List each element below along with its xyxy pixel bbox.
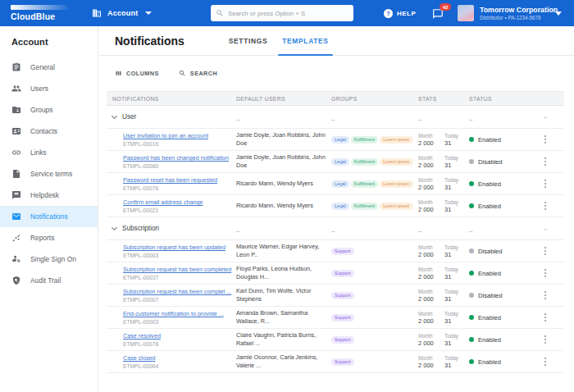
status-badge: Enabled bbox=[467, 314, 526, 321]
row-actions-kebab-icon[interactable] bbox=[542, 289, 549, 301]
group-chip: Lorem ipsum bbox=[380, 158, 412, 166]
row-actions-kebab-icon[interactable] bbox=[542, 333, 549, 345]
stat-today: Today 31 bbox=[444, 267, 464, 280]
template-name-link[interactable]: Confirm email address change bbox=[123, 198, 236, 206]
sidebar-item-helpdesk[interactable]: Helpdesk bbox=[0, 185, 98, 206]
chat-icon bbox=[11, 190, 21, 200]
group-chip: Lorem ipsum bbox=[380, 180, 412, 188]
status-badge: Enabled bbox=[467, 136, 526, 144]
row-actions-kebab-icon[interactable] bbox=[542, 244, 549, 257]
stats-cell: Month 2 000 Today 31 bbox=[418, 289, 467, 303]
scatter-chart-icon bbox=[11, 233, 21, 243]
table-row: Password reset has been requested ETMPL-… bbox=[107, 173, 564, 195]
account-menu[interactable]: Tomorrow Corporation Distributor • PA-12… bbox=[458, 0, 562, 26]
placeholder-dash: – bbox=[418, 227, 421, 235]
chevron-down-icon[interactable] bbox=[112, 113, 117, 119]
template-name-link[interactable]: Password reset has been requested bbox=[123, 176, 236, 184]
sidebar-item-reports[interactable]: Reports bbox=[0, 227, 98, 248]
account-nav-label: Account bbox=[107, 9, 138, 17]
status-badge: Enabled bbox=[467, 180, 526, 188]
sidebar-item-single-sign-on[interactable]: Single Sign On bbox=[0, 248, 98, 270]
table-search-button[interactable]: SEARCH bbox=[179, 70, 217, 77]
sidebar-item-audit-trail[interactable]: Audit Trail bbox=[0, 270, 98, 291]
sidebar-title: Account bbox=[0, 26, 98, 47]
sidebar-item-groups[interactable]: Groups bbox=[0, 99, 98, 121]
group-chip: Fulfillment bbox=[351, 180, 379, 188]
template-name-link[interactable]: User invitation to join an account bbox=[123, 132, 236, 139]
search-input[interactable] bbox=[228, 10, 343, 17]
topbar: CloudBlue Account ? HELP 42 Tomorrow Cor… bbox=[0, 0, 574, 26]
default-users: Jamie Doyle, Joan Robbins, John Doe bbox=[236, 153, 326, 170]
table-row: Confirm email address change ETMPL-00021… bbox=[107, 195, 564, 217]
status-dot-icon bbox=[469, 159, 474, 164]
sidebar-item-service-terms[interactable]: Service terms bbox=[0, 163, 98, 185]
sidebar-item-users[interactable]: Users bbox=[0, 78, 98, 99]
global-search[interactable] bbox=[211, 5, 353, 21]
stat-today: Today 31 bbox=[444, 133, 464, 147]
group-chips: Support bbox=[331, 358, 418, 366]
group-chip: Fulfillment bbox=[351, 136, 379, 144]
template-name-link[interactable]: Case resolved bbox=[123, 332, 236, 340]
row-actions-kebab-icon[interactable] bbox=[542, 311, 549, 323]
placeholder-dash: – bbox=[236, 116, 239, 123]
group-header-row-user[interactable]: User – – – – – bbox=[107, 106, 564, 129]
template-name-link[interactable]: Subscription request has been complet ..… bbox=[123, 288, 236, 295]
group-chip: Support bbox=[331, 358, 354, 366]
default-users: Claire Vaughn, Patricia Burns, Rafael ..… bbox=[236, 331, 326, 348]
status-dot-icon bbox=[469, 315, 474, 320]
default-users: Jamie Doyle, Joan Robbins, John Doe bbox=[236, 131, 326, 148]
sidebar-item-notifications[interactable]: Notifications bbox=[0, 206, 98, 227]
template-name-link[interactable]: End-customer notification to provide ... bbox=[123, 310, 236, 317]
row-actions-kebab-icon[interactable] bbox=[542, 177, 549, 189]
group-chips: Support bbox=[331, 336, 418, 344]
chevron-down-icon bbox=[145, 11, 152, 15]
columns-button[interactable]: COLUMNS bbox=[115, 70, 159, 77]
sidebar: Account General Users Groups Contacts Li… bbox=[0, 26, 98, 392]
default-users: Karl Dunn, Tim Wolfe, Victor Stephens bbox=[236, 287, 326, 303]
group-header-row-subscription[interactable]: Subscription – – – – – bbox=[107, 217, 564, 240]
template-name-link[interactable]: Password has been changed notification bbox=[123, 154, 236, 162]
placeholder-dash: – bbox=[331, 227, 335, 235]
template-id: ETMPL-00037 bbox=[123, 275, 236, 280]
default-users: Ricardo Mann, Wendy Myers bbox=[236, 202, 326, 210]
group-chips: LegalFulfillmentLorem ipsum bbox=[331, 180, 418, 188]
page-title: Notifications bbox=[115, 34, 184, 48]
template-id: ETMPL-00063 bbox=[123, 253, 236, 258]
row-actions-kebab-icon[interactable] bbox=[542, 267, 549, 279]
stat-today: Today 31 bbox=[444, 355, 464, 369]
group-chip: Support bbox=[331, 248, 354, 255]
stats-cell: Month 2 000 Today 31 bbox=[418, 244, 467, 258]
notifications-button[interactable]: 42 bbox=[432, 7, 452, 21]
template-name-link[interactable]: Subscription request has been completed bbox=[123, 266, 236, 273]
placeholder-dash: – bbox=[469, 227, 472, 235]
brand-name: CloudBlue bbox=[11, 11, 68, 21]
cloudblue-logo[interactable]: CloudBlue bbox=[11, 5, 68, 21]
template-name-link[interactable]: Case closed bbox=[123, 354, 236, 362]
account-name: Tomorrow Corporation bbox=[480, 6, 550, 14]
chevron-down-icon[interactable] bbox=[112, 225, 117, 230]
tab-settings[interactable]: SETTINGS bbox=[221, 26, 275, 56]
main-content: Notifications SETTINGSTEMPLATES COLUMNS … bbox=[99, 26, 574, 392]
help-button[interactable]: ? HELP bbox=[384, 0, 416, 26]
default-users: Floyd Parks, Leona Hudson, Douglas H... bbox=[236, 265, 326, 281]
sidebar-item-links[interactable]: Links bbox=[0, 142, 98, 163]
template-name-link[interactable]: Subscription request has been updated bbox=[123, 244, 236, 251]
sidebar-item-contacts[interactable]: Contacts bbox=[0, 121, 98, 142]
row-actions-kebab-icon[interactable] bbox=[542, 355, 549, 367]
row-actions-kebab-icon[interactable] bbox=[542, 133, 549, 145]
tab-templates[interactable]: TEMPLATES bbox=[275, 26, 335, 56]
stats-cell: Month 2 000 Today 31 bbox=[418, 333, 467, 347]
search-icon bbox=[216, 9, 224, 17]
account-nav-menu[interactable]: Account bbox=[92, 0, 152, 26]
link-icon bbox=[11, 148, 21, 157]
row-actions-kebab-icon[interactable] bbox=[542, 155, 549, 167]
table-row: Subscription request has been updated ET… bbox=[107, 240, 564, 262]
status-badge: Disabled bbox=[467, 248, 526, 255]
group-chip: Support bbox=[331, 314, 354, 321]
col-header-groups: GROUPS bbox=[331, 96, 418, 102]
group-chip: Support bbox=[331, 270, 354, 277]
stat-month: Month 2 000 bbox=[418, 155, 444, 169]
row-actions-kebab-icon[interactable] bbox=[542, 199, 549, 212]
sidebar-item-general[interactable]: General bbox=[0, 57, 98, 78]
contact-card-icon bbox=[11, 126, 21, 136]
